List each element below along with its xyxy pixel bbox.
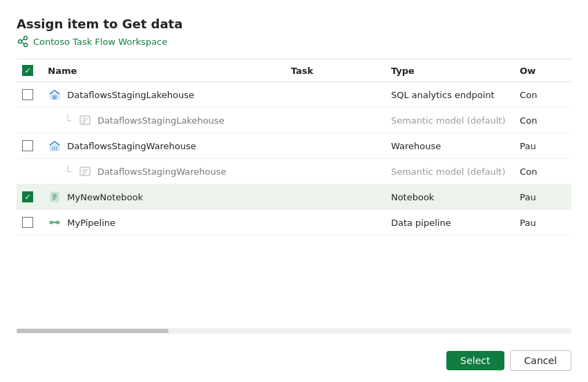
name-cell: DataflowsStagingLakehouse <box>42 82 285 108</box>
item-name: DataflowsStagingWarehouse <box>67 141 196 151</box>
svg-line-3 <box>22 39 24 41</box>
item-icon-lakehouse <box>48 88 61 102</box>
cancel-button[interactable]: Cancel <box>510 350 571 371</box>
item-icon-pipeline <box>48 216 61 229</box>
item-name: MyNewNotebook <box>67 192 143 202</box>
item-name: MyPipeline <box>67 218 115 228</box>
name-cell: └ DataflowsStagingWarehouse <box>42 159 285 184</box>
dialog-title: Assign item to Get data <box>17 17 571 31</box>
horizontal-scrollbar[interactable] <box>17 328 571 334</box>
l-connector: └ <box>64 165 71 178</box>
task-cell <box>285 108 386 133</box>
svg-rect-24 <box>56 221 59 224</box>
owner-text: Con <box>520 90 537 100</box>
row-checkbox[interactable] <box>22 89 33 100</box>
svg-point-0 <box>19 40 22 44</box>
name-cell: MyNewNotebook <box>42 184 285 210</box>
owner-text: Con <box>520 115 537 126</box>
table-row[interactable]: └ DataflowsStagingWarehouseSemantic mode… <box>17 159 571 184</box>
type-text: Warehouse <box>391 141 441 151</box>
checkbox-cell[interactable] <box>17 108 42 133</box>
svg-point-2 <box>24 44 28 47</box>
table-row[interactable]: MyPipelineData pipelinePau <box>17 210 571 236</box>
type-text: Data pipeline <box>391 218 451 228</box>
dialog-footer: Select Cancel <box>17 342 571 382</box>
svg-point-1 <box>24 37 28 40</box>
item-icon-warehouse <box>48 139 61 153</box>
item-name: DataflowsStagingLakehouse <box>97 115 225 126</box>
task-cell <box>285 133 386 159</box>
type-text: Semantic model (default) <box>391 166 506 177</box>
type-cell: Warehouse <box>386 133 514 159</box>
owner-text: Pau <box>520 218 535 228</box>
table-container: ✓ Name Task Type Ow DataflowsStagingLake… <box>17 59 571 328</box>
checkbox-cell[interactable] <box>17 82 42 108</box>
type-cell: Notebook <box>386 184 514 210</box>
scrollbar-thumb[interactable] <box>17 329 169 333</box>
assign-item-dialog: Assign item to Get data Contoso Task Flo… <box>0 0 588 382</box>
type-cell: Semantic model (default) <box>386 159 514 184</box>
header-checkmark: ✓ <box>24 67 30 75</box>
header-checkbox-cell[interactable]: ✓ <box>17 59 42 82</box>
svg-rect-6 <box>53 95 57 99</box>
type-cell: SQL analytics endpoint <box>386 82 514 108</box>
workspace-row: Contoso Task Flow Workspace <box>17 35 571 48</box>
name-cell: └ DataflowsStagingLakehouse <box>42 108 285 133</box>
type-text: SQL analytics endpoint <box>391 90 495 100</box>
table-row[interactable]: └ DataflowsStagingLakehouseSemantic mode… <box>17 108 571 133</box>
owner-cell: Pau <box>514 133 571 159</box>
checkbox-cell[interactable] <box>17 210 42 236</box>
table-row[interactable]: ✓ MyNewNotebookNotebookPau <box>17 184 571 210</box>
workspace-label: Contoso Task Flow Workspace <box>33 37 167 47</box>
table-header-row: ✓ Name Task Type Ow <box>17 59 571 82</box>
header-checkbox[interactable]: ✓ <box>22 65 33 76</box>
type-text: Notebook <box>391 192 434 202</box>
row-checkbox[interactable]: ✓ <box>22 191 33 202</box>
type-cell: Data pipeline <box>386 210 514 236</box>
owner-text: Pau <box>520 141 535 151</box>
item-icon-semantic <box>78 164 92 178</box>
item-name: DataflowsStagingLakehouse <box>67 90 194 100</box>
svg-rect-23 <box>50 221 53 224</box>
items-table: ✓ Name Task Type Ow DataflowsStagingLake… <box>17 59 571 236</box>
item-icon-notebook <box>48 190 61 204</box>
header-type: Type <box>386 59 514 82</box>
header-owner: Ow <box>514 59 571 82</box>
owner-cell: Con <box>514 159 571 184</box>
item-icon-semantic <box>78 113 92 127</box>
owner-cell: Con <box>514 108 571 133</box>
owner-cell: Pau <box>514 210 571 236</box>
item-name: DataflowsStagingWarehouse <box>97 166 227 177</box>
table-body: DataflowsStagingLakehouseSQL analytics e… <box>17 82 571 236</box>
select-button[interactable]: Select <box>446 351 504 370</box>
header-name: Name <box>42 59 285 82</box>
owner-text: Pau <box>520 192 535 202</box>
row-checkbox[interactable] <box>22 217 33 228</box>
row-checkmark: ✓ <box>24 193 30 201</box>
name-cell: MyPipeline <box>42 210 285 236</box>
svg-line-4 <box>22 42 24 44</box>
type-text: Semantic model (default) <box>391 115 506 126</box>
header-task: Task <box>285 59 386 82</box>
row-checkbox[interactable] <box>22 140 33 151</box>
checkbox-cell[interactable]: ✓ <box>17 184 42 210</box>
name-cell: DataflowsStagingWarehouse <box>42 133 285 159</box>
owner-text: Con <box>520 166 537 177</box>
type-cell: Semantic model (default) <box>386 108 514 133</box>
workspace-icon <box>17 35 29 48</box>
l-connector: └ <box>64 114 71 127</box>
checkbox-cell[interactable] <box>17 159 42 184</box>
task-cell <box>285 82 386 108</box>
checkbox-cell[interactable] <box>17 133 42 159</box>
table-row[interactable]: DataflowsStagingLakehouseSQL analytics e… <box>17 82 571 108</box>
owner-cell: Con <box>514 82 571 108</box>
task-cell <box>285 210 386 236</box>
task-cell <box>285 159 386 184</box>
task-cell <box>285 184 386 210</box>
table-row[interactable]: DataflowsStagingWarehouseWarehousePau <box>17 133 571 159</box>
owner-cell: Pau <box>514 184 571 210</box>
